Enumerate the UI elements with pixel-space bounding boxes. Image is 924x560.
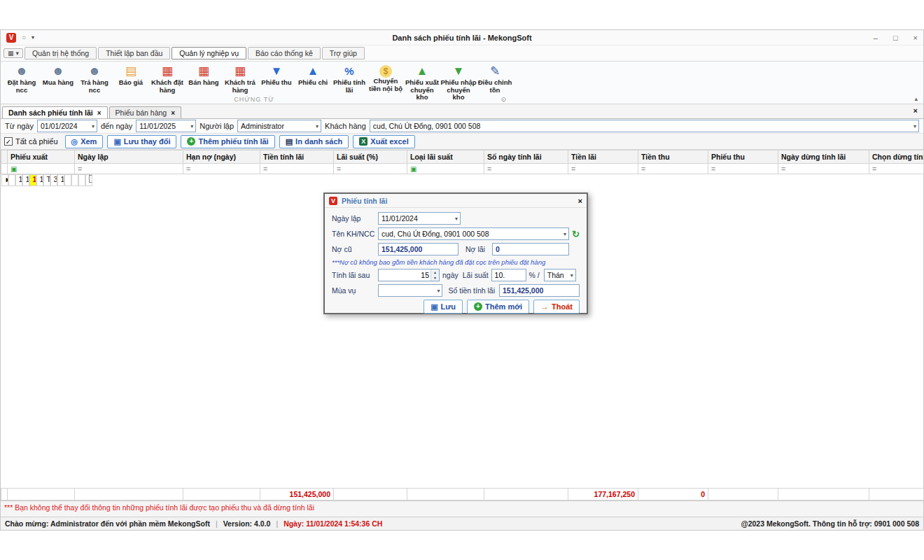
creator-select[interactable]: Administrator ▾ <box>237 120 321 132</box>
col-loai-lai-suat[interactable]: Loại lãi suất <box>407 150 484 164</box>
filter-cell[interactable]: = <box>638 164 708 174</box>
print-list-button[interactable]: ▤ In danh sách <box>279 135 349 148</box>
cell-ngay-dung-tinh-lai[interactable] <box>78 174 85 186</box>
save-button[interactable]: ▣ Lưu <box>424 300 463 314</box>
menu-tab-quan-tri-he-thong[interactable]: Quản trị hệ thống <box>24 47 97 59</box>
toolbar-item-khach-tra-hang[interactable]: ▦ Khách trả hàng <box>222 63 258 94</box>
toolbar-item-tra-hang-ncc[interactable]: ☻ Trả hàng ncc <box>76 63 113 94</box>
interest-debt-input[interactable] <box>492 243 569 255</box>
cell-tien-tinh-lai[interactable]: 151,425,000 <box>29 174 36 186</box>
filter-cell[interactable]: = <box>869 164 924 174</box>
doc-tab-phieu-ban-hang[interactable]: Phiếu bán hàng × <box>109 106 181 118</box>
equals-operator-icon[interactable]: = <box>641 164 645 173</box>
filter-cell[interactable]: = <box>75 164 183 174</box>
toolbar-item-ban-hang[interactable]: ▦ Bán hàng <box>186 63 222 87</box>
dialog-titlebar[interactable]: V Phiếu tính lãi × <box>325 194 587 208</box>
toolbar-item-bao-gia[interactable]: ▤ Báo giá <box>113 63 149 87</box>
equals-operator-icon[interactable]: = <box>872 164 876 173</box>
col-tien-tinh-lai[interactable]: Tiền tính lãi <box>260 150 334 164</box>
col-so-ngay-tinh-lai[interactable]: Số ngày tính lãi <box>484 150 568 164</box>
row-checkbox[interactable] <box>89 175 92 183</box>
refresh-icon[interactable]: ↻ <box>572 229 580 239</box>
toolbar-item-khach-dat-hang[interactable]: ▦ Khách đặt hàng <box>149 63 186 94</box>
interest-amount-input[interactable] <box>499 284 580 297</box>
view-button[interactable]: ◎ Xem <box>65 135 104 148</box>
cell-chon-dung-tinh-lai[interactable] <box>85 174 92 186</box>
col-han-no[interactable]: Hạn nợ (ngày) <box>183 150 260 164</box>
to-date-picker[interactable]: 11/01/2025 ▾ <box>136 120 196 132</box>
menu-tab-thiet-lap-ban-dau[interactable]: Thiết lập ban đầu <box>98 47 170 59</box>
add-interest-invoice-button[interactable]: + Thêm phiếu tính lãi <box>181 135 274 148</box>
old-debt-input[interactable] <box>378 243 458 255</box>
pane-close-icon[interactable]: × <box>913 106 918 115</box>
qat-circle-icon[interactable]: ○ <box>22 34 26 41</box>
all-invoices-checkbox[interactable]: ✓ Tất cả phiếu <box>4 137 58 146</box>
cell-tien-lai[interactable]: 177,167,250 <box>57 174 64 186</box>
row-selector-cell[interactable]: ► <box>1 174 8 186</box>
created-date-picker[interactable]: 11/01/2024 ▾ <box>378 212 461 225</box>
minimize-icon[interactable]: – <box>874 34 878 42</box>
toolbar-item-phieu-thu[interactable]: ▼ Phiếu thu <box>258 63 295 87</box>
filter-cell[interactable]: ▣ <box>8 164 75 174</box>
customer-select[interactable]: cud, Chú Út Đổng, 0901 000 508 ▾ <box>370 120 919 132</box>
filter-cell[interactable]: = <box>708 164 778 174</box>
toolbar-item-mua-hang[interactable]: ☻ Mua hàng <box>40 63 76 87</box>
toolbar-item-chuyen-tien-noi-bo[interactable]: $ Chuyển tiền nội bộ <box>368 63 404 92</box>
cell-phieu-thu[interactable] <box>71 174 78 186</box>
add-new-button[interactable]: + Thêm mới <box>467 300 529 314</box>
equals-operator-icon[interactable]: = <box>263 164 267 173</box>
maximize-icon[interactable]: □ <box>893 34 898 42</box>
menu-tab-bao-cao-thong-ke[interactable]: Báo cáo thống kê <box>248 47 321 59</box>
app-logo-icon[interactable]: V <box>6 33 16 43</box>
equals-operator-icon[interactable]: = <box>186 164 190 173</box>
from-date-picker[interactable]: 01/01/2024 ▾ <box>37 120 97 132</box>
cell-ngay-lap[interactable]: 11/01/2024 <box>15 174 22 186</box>
close-icon[interactable]: × <box>913 34 918 42</box>
table-row[interactable]: ► 11/01/2024 15 151,425,000 10. Tháng 35… <box>1 174 8 186</box>
interest-rate-input[interactable] <box>491 269 526 281</box>
equals-operator-icon[interactable]: = <box>711 164 715 173</box>
qat-dropdown-icon[interactable]: ▾ <box>31 34 34 41</box>
toolbar-item-phieu-tinh-lai[interactable]: % Phiếu tính lãi <box>331 63 368 94</box>
ribbon-collapse-icon[interactable]: ▴ <box>914 95 918 102</box>
toolbar-item-phieu-chi[interactable]: ▲ Phiếu chi <box>295 63 331 87</box>
period-select[interactable]: Thán ▾ <box>544 269 576 281</box>
menu-tab-tro-giup[interactable]: Trợ giúp <box>322 47 365 59</box>
filter-icon[interactable]: ▣ <box>10 165 17 173</box>
stepper-down-icon[interactable]: ▾ <box>431 275 439 281</box>
interest-after-input[interactable] <box>379 270 430 281</box>
season-select[interactable]: ▾ <box>378 284 442 297</box>
col-ngay-dung-tinh-lai[interactable]: Ngày dừng tính lãi <box>778 150 869 164</box>
equals-operator-icon[interactable]: = <box>337 164 341 173</box>
cell-phieu-xuat[interactable] <box>8 174 15 186</box>
customer-name-select[interactable]: cud, Chú Út Đổng, 0901 000 508 ▾ <box>378 227 569 240</box>
equals-operator-icon[interactable]: = <box>571 164 575 173</box>
export-excel-button[interactable]: X Xuất excel <box>353 135 414 148</box>
col-tien-lai[interactable]: Tiền lãi <box>568 150 638 164</box>
filter-cell[interactable]: = <box>183 164 260 174</box>
tab-close-icon[interactable]: × <box>97 109 102 117</box>
filter-cell[interactable]: = <box>568 164 638 174</box>
stepper-arrows[interactable]: ▴ ▾ <box>430 270 439 281</box>
toolbar-item-dieu-chinh-ton[interactable]: ✎ Điều chỉnh tồn <box>477 63 513 94</box>
tab-close-icon[interactable]: × <box>171 109 175 117</box>
cell-tien-thu[interactable] <box>64 174 71 186</box>
equals-operator-icon[interactable]: = <box>781 164 785 173</box>
equals-operator-icon[interactable]: = <box>487 164 491 173</box>
cell-han-no[interactable]: 15 <box>22 174 29 186</box>
interest-after-stepper[interactable]: ▴ ▾ <box>378 269 440 281</box>
filter-cell[interactable]: ▣ <box>407 164 484 174</box>
cell-lai-suat[interactable]: 10. <box>36 174 43 186</box>
cell-so-ngay-tinh-lai[interactable]: 351 <box>50 174 57 186</box>
filter-cell[interactable]: = <box>260 164 334 174</box>
save-changes-button[interactable]: ▣ Lưu thay đổi <box>107 135 176 148</box>
stepper-up-icon[interactable]: ▴ <box>431 270 439 275</box>
col-tien-thu[interactable]: Tiền thu <box>638 150 708 164</box>
doc-tab-danh-sach-phieu-tinh-lai[interactable]: Danh sách phiếu tính lãi × <box>2 106 108 118</box>
group-dialog-launcher-icon[interactable]: ⊙ <box>500 96 506 103</box>
exit-button[interactable]: → Thoát <box>533 300 580 314</box>
cell-loai-lai-suat[interactable]: Tháng <box>43 174 50 186</box>
menu-tab-quan-ly-nghiep-vu[interactable]: Quản lý nghiệp vụ <box>172 47 246 59</box>
equals-operator-icon[interactable]: = <box>78 164 82 173</box>
ribbon-launcher-button[interactable]: ▦ ▾ <box>4 48 23 58</box>
